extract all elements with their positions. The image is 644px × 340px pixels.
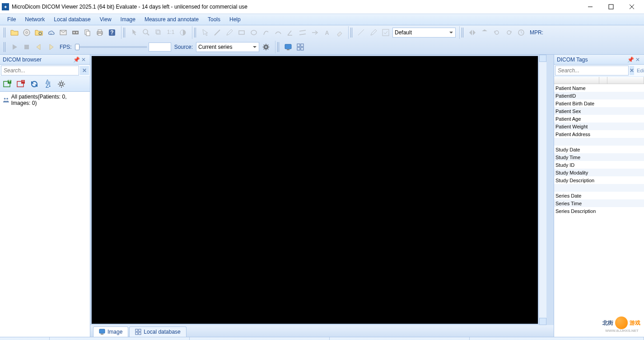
cloud-download-icon[interactable] <box>46 27 56 38</box>
search-folder-icon[interactable] <box>33 27 44 38</box>
settings-icon[interactable] <box>56 79 67 90</box>
add-patient-icon[interactable]: + <box>2 79 13 90</box>
next-icon[interactable] <box>46 42 56 52</box>
tag-row[interactable]: Patient Sex <box>554 107 644 115</box>
pencil-tool-icon[interactable] <box>224 27 235 38</box>
close-button[interactable] <box>621 0 642 14</box>
tag-row[interactable]: Series Time <box>554 199 644 207</box>
pin-icon[interactable]: 📌 <box>627 56 634 63</box>
tag-row[interactable]: Study Description <box>554 176 644 184</box>
stop-icon[interactable] <box>21 42 32 52</box>
menu-tools[interactable]: Tools <box>203 14 225 24</box>
arrow-tool-icon[interactable] <box>309 27 320 38</box>
rotate-cw-icon[interactable] <box>504 27 514 38</box>
tag-row[interactable] <box>554 184 644 192</box>
copy-icon[interactable] <box>82 27 93 38</box>
flip-v-icon[interactable] <box>479 27 490 38</box>
clear-search-icon[interactable]: ✕ <box>630 66 634 75</box>
tag-row[interactable]: Patient Address <box>554 130 644 138</box>
menu-local-database[interactable]: Local database <box>49 14 95 24</box>
tags-list[interactable]: Patient NamePatientIDPatient Birth DateP… <box>554 77 644 337</box>
freehand-tool-icon[interactable] <box>273 27 284 38</box>
window-level-icon[interactable] <box>177 27 188 38</box>
tag-row[interactable]: Patient Age <box>554 115 644 123</box>
ellipse-tool-icon[interactable] <box>248 27 259 38</box>
tag-row[interactable]: Patient Name <box>554 84 644 92</box>
menu-help[interactable]: Help <box>225 14 245 24</box>
tags-search-input[interactable] <box>555 66 629 76</box>
vertical-scrollbar[interactable] <box>539 55 546 325</box>
preset-pencil-icon[interactable] <box>368 27 379 38</box>
select-tool-icon[interactable] <box>200 27 210 38</box>
close-panel-icon[interactable]: ✕ <box>634 56 641 63</box>
preset-line-icon[interactable] <box>356 27 367 38</box>
toolbar-handle[interactable] <box>350 28 353 38</box>
layout-grid-icon[interactable] <box>295 42 306 52</box>
flip-h-icon[interactable] <box>467 27 478 38</box>
tag-row[interactable]: Study Date <box>554 146 644 153</box>
tag-row[interactable]: Study ID <box>554 161 644 169</box>
source-combo[interactable]: Current series <box>196 42 259 52</box>
tree-root-item[interactable]: All patients(Patients: 0, Images: 0) <box>1 93 89 107</box>
minimize-button[interactable] <box>580 0 601 14</box>
preset-combo[interactable]: Default <box>392 28 456 38</box>
fps-input[interactable] <box>149 42 171 52</box>
fit-icon[interactable]: 1:1 <box>165 27 176 38</box>
refresh-icon[interactable] <box>29 79 40 90</box>
toolbar-handle[interactable] <box>4 42 6 52</box>
menu-measure-annotate[interactable]: Measure and annotate <box>140 14 203 24</box>
toolbar-handle[interactable] <box>123 28 126 38</box>
tag-row[interactable]: Patient Weight <box>554 123 644 130</box>
close-panel-icon[interactable]: ✕ <box>80 56 87 63</box>
pin-icon[interactable]: 📌 <box>73 56 80 63</box>
image-viewport[interactable] <box>91 56 538 324</box>
remove-patient-icon[interactable]: − <box>15 79 26 90</box>
preset-check-icon[interactable] <box>380 27 391 38</box>
cobb-angle-icon[interactable] <box>297 27 308 38</box>
pan-icon[interactable] <box>153 27 164 38</box>
edit-button[interactable]: Edit <box>635 67 644 74</box>
play-icon[interactable] <box>9 42 20 52</box>
fps-slider[interactable] <box>75 46 147 48</box>
text-tool-icon[interactable]: A <box>322 27 332 38</box>
tag-row[interactable]: PatientID <box>554 92 644 99</box>
print-icon[interactable] <box>94 27 105 38</box>
monitor-icon[interactable] <box>283 42 294 52</box>
sort-icon[interactable]: AZ <box>42 79 53 90</box>
tab-local-database[interactable]: Local database <box>129 326 186 337</box>
patient-tree[interactable]: All patients(Patients: 0, Images: 0) <box>0 92 90 337</box>
tag-row[interactable]: Series Description <box>554 207 644 215</box>
toolbar-handle[interactable] <box>277 42 280 52</box>
rectangle-tool-icon[interactable] <box>236 27 247 38</box>
zoom-icon[interactable] <box>141 27 152 38</box>
pointer-tool-icon[interactable] <box>129 27 140 38</box>
tag-row[interactable]: Series Date <box>554 192 644 199</box>
tag-row[interactable]: Patient Birth Date <box>554 99 644 107</box>
open-folder-icon[interactable] <box>9 27 20 38</box>
video-icon[interactable] <box>70 27 81 38</box>
line-tool-icon[interactable] <box>212 27 223 38</box>
polygon-tool-icon[interactable] <box>261 27 271 38</box>
clear-search-icon[interactable]: ✕ <box>80 66 89 75</box>
tab-image[interactable]: Image <box>93 326 128 337</box>
tag-row[interactable]: Study Modality <box>554 169 644 176</box>
tags-column-headers[interactable] <box>554 77 644 84</box>
menu-file[interactable]: File <box>3 14 20 24</box>
menu-view[interactable]: View <box>95 14 116 24</box>
toolbar-handle[interactable] <box>194 28 197 38</box>
tag-row[interactable]: Study Time <box>554 153 644 161</box>
email-icon[interactable] <box>58 27 69 38</box>
tag-row[interactable] <box>554 138 644 146</box>
maximize-button[interactable] <box>601 0 621 14</box>
browser-search-input[interactable] <box>1 66 79 76</box>
prev-icon[interactable] <box>33 42 44 52</box>
eraser-tool-icon[interactable] <box>334 27 345 38</box>
open-disc-icon[interactable] <box>21 27 32 38</box>
help-icon[interactable]: ? <box>107 27 117 38</box>
toolbar-handle[interactable] <box>462 28 464 38</box>
menu-network[interactable]: Network <box>20 14 49 24</box>
angle-tool-icon[interactable] <box>285 27 296 38</box>
toolbar-handle[interactable] <box>4 28 6 38</box>
rotate-ccw-icon[interactable] <box>491 27 502 38</box>
reset-icon[interactable] <box>516 27 527 38</box>
